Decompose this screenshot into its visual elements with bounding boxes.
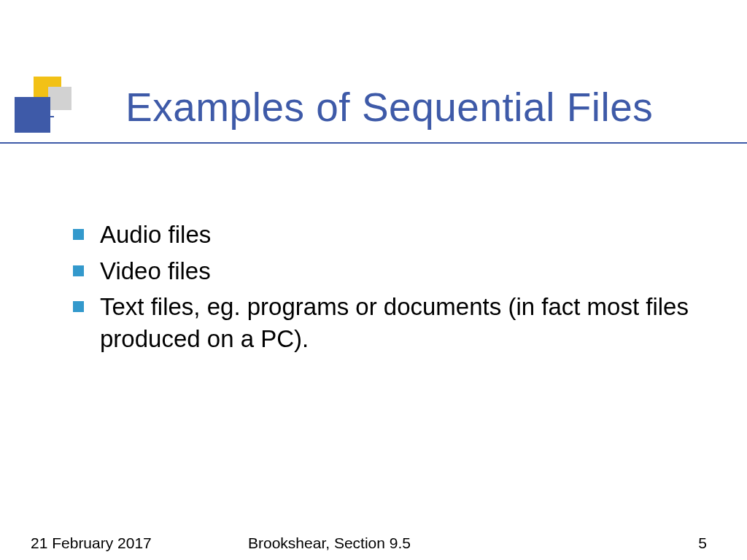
bullet-icon bbox=[73, 301, 84, 312]
list-item: Video files bbox=[73, 255, 703, 287]
gray-square-icon bbox=[48, 87, 71, 110]
bullet-icon bbox=[73, 229, 84, 240]
footer-page-number: 5 bbox=[698, 534, 707, 552]
blue-square-icon bbox=[15, 97, 50, 133]
footer-date: 21 February 2017 bbox=[31, 534, 152, 552]
bullet-text: Video files bbox=[100, 255, 211, 287]
title-decoration bbox=[15, 77, 71, 133]
list-item: Text files, eg. programs or documents (i… bbox=[73, 291, 703, 354]
title-rule-short bbox=[36, 116, 54, 117]
slide-title: Examples of Sequential Files bbox=[125, 84, 653, 131]
bullet-text: Text files, eg. programs or documents (i… bbox=[100, 291, 703, 354]
list-item: Audio files bbox=[73, 219, 703, 251]
footer-source: Brookshear, Section 9.5 bbox=[248, 534, 411, 552]
bullet-text: Audio files bbox=[100, 219, 211, 251]
bullet-icon bbox=[73, 265, 84, 276]
slide: Examples of Sequential Files Audio files… bbox=[0, 0, 747, 560]
title-rule bbox=[0, 142, 747, 144]
content-area: Audio files Video files Text files, eg. … bbox=[73, 219, 703, 359]
